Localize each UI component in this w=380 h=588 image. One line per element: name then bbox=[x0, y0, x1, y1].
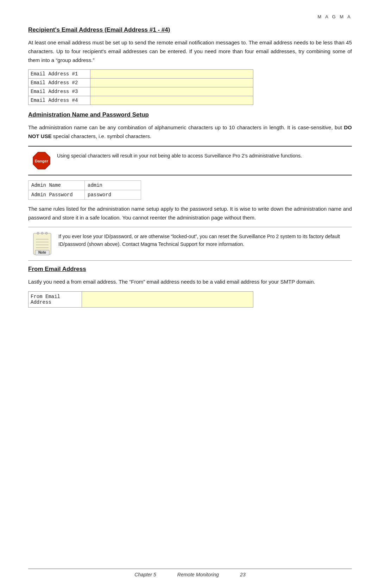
admin-password-label: Admin Password bbox=[28, 190, 85, 199]
email3-input[interactable] bbox=[90, 87, 253, 96]
email-address-table: Email Address #1 Email Address #2 Email … bbox=[28, 69, 253, 105]
footer-inner: Chapter 5 Remote Monitoring 23 bbox=[134, 572, 245, 577]
admin-name-value[interactable]: admin bbox=[85, 180, 141, 190]
table-row: Email Address #2 bbox=[28, 79, 253, 87]
from-email-table: From EmailAddress bbox=[28, 291, 253, 308]
brand-text: M A G M A bbox=[318, 14, 352, 19]
admin-table: Admin Name admin Admin Password password bbox=[28, 180, 141, 200]
danger-box: Danger Using special characters will res… bbox=[28, 146, 352, 175]
email1-input[interactable] bbox=[90, 70, 253, 79]
page: M A G M A Recipient's Email Address (Ema… bbox=[0, 0, 380, 588]
svg-text:Danger: Danger bbox=[35, 159, 49, 163]
danger-icon: Danger bbox=[32, 151, 51, 171]
admin-name-label: Admin Name bbox=[28, 180, 85, 190]
footer-chapter: Chapter 5 bbox=[134, 572, 156, 577]
footer-section: Remote Monitoring bbox=[177, 572, 219, 577]
svg-text:Note: Note bbox=[38, 250, 46, 254]
email2-label: Email Address #2 bbox=[28, 79, 90, 87]
section2-title: Administration Name and Password Setup bbox=[28, 111, 352, 118]
email4-label: Email Address #4 bbox=[28, 96, 90, 105]
section2-body1-cont: special characters, i.e. symbol characte… bbox=[52, 133, 151, 139]
danger-box-text: Using special characters will result in … bbox=[57, 151, 302, 160]
svg-point-4 bbox=[41, 232, 43, 234]
admin-password-value[interactable]: password bbox=[85, 190, 141, 199]
from-email-input[interactable] bbox=[82, 292, 253, 308]
svg-point-3 bbox=[37, 232, 39, 234]
section2-body1: The administration name can be any combi… bbox=[28, 123, 352, 141]
footer-page: 23 bbox=[240, 572, 246, 577]
email3-label: Email Address #3 bbox=[28, 87, 90, 96]
note-box: Note If you ever lose your ID/password, … bbox=[28, 227, 352, 261]
from-email-label: From EmailAddress bbox=[28, 292, 82, 308]
footer: Chapter 5 Remote Monitoring 23 bbox=[28, 569, 352, 577]
section2-body1-text: The administration name can be any combi… bbox=[28, 124, 344, 130]
section3-title: From Email Address bbox=[28, 266, 352, 273]
section1-title: Recipient's Email Address (Email Address… bbox=[28, 26, 352, 33]
email2-input[interactable] bbox=[90, 79, 253, 87]
table-row: Admin Name admin bbox=[28, 180, 141, 190]
note-icon: Note bbox=[32, 231, 53, 256]
email4-input[interactable] bbox=[90, 96, 253, 105]
note-box-text: If you ever lose your ID/password, or ar… bbox=[58, 231, 348, 248]
table-row: Email Address #1 bbox=[28, 70, 253, 79]
table-row: Admin Password password bbox=[28, 190, 141, 199]
section2-body2: The same rules listed for the administra… bbox=[28, 205, 352, 222]
table-row: Email Address #3 bbox=[28, 87, 253, 96]
svg-point-5 bbox=[45, 232, 48, 234]
table-row: From EmailAddress bbox=[28, 292, 253, 308]
brand-header: M A G M A bbox=[28, 14, 352, 19]
section1-body: At least one email address must be set u… bbox=[28, 38, 352, 64]
email1-label: Email Address #1 bbox=[28, 70, 90, 79]
section3-body: Lastly you need a from email address. Th… bbox=[28, 278, 352, 286]
table-row: Email Address #4 bbox=[28, 96, 253, 105]
